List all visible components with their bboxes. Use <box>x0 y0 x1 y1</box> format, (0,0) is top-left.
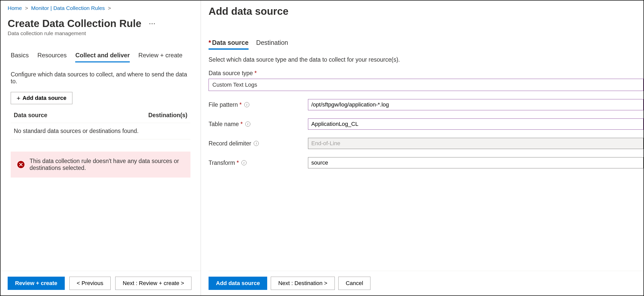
data-source-type-label: Data source type * <box>209 70 643 77</box>
wizard-footer: Review + create < Previous Next : Review… <box>1 271 201 295</box>
required-asterisk: * <box>237 159 239 166</box>
chevron-right-icon: > <box>25 5 28 11</box>
section-description: Configure which data sources to collect,… <box>11 71 190 85</box>
data-source-type-select[interactable]: Custom Text Logs <box>209 79 643 91</box>
required-asterisk: * <box>254 70 257 77</box>
chevron-right-icon: > <box>108 5 111 11</box>
col-destinations: Destination(s) <box>148 112 187 119</box>
required-asterisk: * <box>209 39 211 46</box>
add-data-source-button[interactable]: + Add data source <box>11 92 72 104</box>
panel-description: Select which data source type and the da… <box>209 56 643 63</box>
transform-label: Transform * i <box>209 159 308 166</box>
required-asterisk: * <box>239 101 242 108</box>
tab-data-source-label: Data source <box>212 39 249 46</box>
transform-input[interactable] <box>308 157 643 168</box>
error-icon <box>17 161 24 168</box>
add-data-source-panel: Add data source *Data source Destination… <box>201 1 643 295</box>
col-data-source: Data source <box>14 112 47 119</box>
next-button[interactable]: Next : Review + create > <box>115 277 191 290</box>
table-name-label: Table name * i <box>209 121 308 128</box>
tab-destination[interactable]: Destination <box>256 39 288 50</box>
required-asterisk: * <box>240 121 243 128</box>
table-name-input[interactable] <box>308 118 643 130</box>
page-title-text: Create Data Collection Rule <box>8 18 141 29</box>
info-icon[interactable]: i <box>245 122 250 127</box>
info-icon[interactable]: i <box>244 102 249 107</box>
error-banner: This data collection rule doesn't have a… <box>11 152 190 178</box>
file-pattern-input[interactable] <box>308 99 643 110</box>
record-delimiter-input <box>308 138 643 149</box>
page-subtitle: Data collection rule management <box>1 29 201 36</box>
info-icon[interactable]: i <box>241 160 247 165</box>
tab-basics[interactable]: Basics <box>11 52 29 62</box>
main-content: Home > Monitor | Data Collection Rules >… <box>1 1 201 295</box>
file-pattern-label: File pattern * i <box>209 101 308 108</box>
add-data-source-label: Add data source <box>22 95 66 101</box>
add-data-source-submit-button[interactable]: Add data source <box>209 277 267 290</box>
cancel-button[interactable]: Cancel <box>338 277 370 290</box>
info-icon[interactable]: i <box>254 141 259 146</box>
previous-button[interactable]: < Previous <box>69 277 111 290</box>
review-create-button[interactable]: Review + create <box>8 277 65 290</box>
tab-resources[interactable]: Resources <box>37 52 67 62</box>
plus-icon: + <box>17 95 20 101</box>
breadcrumb-monitor[interactable]: Monitor | Data Collection Rules <box>31 5 105 11</box>
table-row: No standard data sources or destinations… <box>11 123 190 139</box>
table-name-field: Table name * i <box>209 118 643 130</box>
panel-title: Add data source <box>209 1 643 17</box>
data-source-type-field: Data source type * Custom Text Logs <box>209 70 643 91</box>
breadcrumb: Home > Monitor | Data Collection Rules > <box>1 1 201 11</box>
table-header: Data source Destination(s) <box>11 112 190 123</box>
record-delimiter-field: Record delimiter i <box>209 138 643 149</box>
tab-review-create[interactable]: Review + create <box>138 52 183 62</box>
panel-footer: Add data source Next : Destination > Can… <box>209 271 643 295</box>
transform-field: Transform * i <box>209 157 643 168</box>
tab-content: Configure which data sources to collect,… <box>1 62 201 271</box>
wizard-tabs: Basics Resources Collect and deliver Rev… <box>1 36 201 62</box>
error-message: This data collection rule doesn't have a… <box>30 158 184 171</box>
tab-data-source[interactable]: *Data source <box>209 39 249 50</box>
breadcrumb-home[interactable]: Home <box>8 5 22 11</box>
record-delimiter-label: Record delimiter i <box>209 140 308 147</box>
page-title: Create Data Collection Rule ··· <box>1 18 201 29</box>
more-icon[interactable]: ··· <box>149 20 156 27</box>
file-pattern-field: File pattern * i <box>209 99 643 110</box>
next-destination-button[interactable]: Next : Destination > <box>271 277 335 290</box>
tab-collect-deliver[interactable]: Collect and deliver <box>75 52 130 62</box>
panel-tabs: *Data source Destination <box>209 39 643 50</box>
